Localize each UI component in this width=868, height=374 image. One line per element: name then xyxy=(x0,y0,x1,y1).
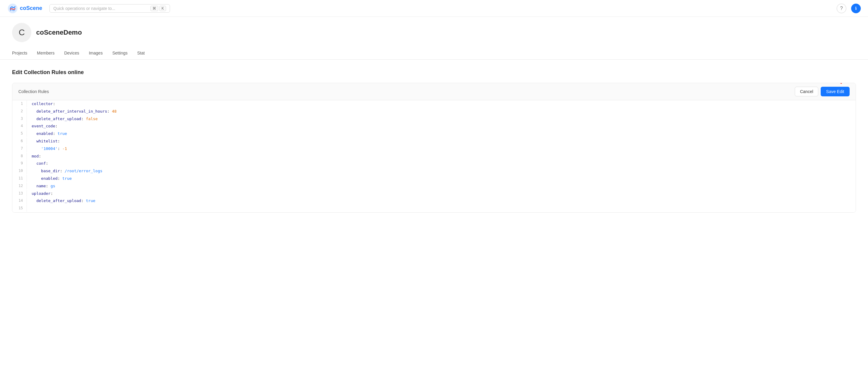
search-bar[interactable]: Quick operations or navigate to... ⌘ K xyxy=(50,4,170,13)
org-header: C coSceneDemo xyxy=(0,17,868,42)
help-button[interactable]: ? xyxy=(837,4,846,13)
code-editor-body: 1 collector: 2 delete_after_interval_in_… xyxy=(12,100,856,212)
line-content-13: uploader: xyxy=(27,190,856,198)
cancel-button[interactable]: Cancel xyxy=(795,87,818,96)
code-line-14: 14 delete_after_upload: true xyxy=(12,197,856,205)
org-avatar: C xyxy=(12,23,31,42)
code-line-1: 1 collector: xyxy=(12,100,856,108)
avatar-initial: li xyxy=(855,6,857,11)
code-line-13: 13 uploader: xyxy=(12,190,856,198)
code-line-5: 5 enabled: true xyxy=(12,130,856,138)
line-num-11: 11 xyxy=(12,175,27,182)
line-num-12: 12 xyxy=(12,182,27,190)
org-avatar-letter: C xyxy=(19,28,25,37)
line-num-7: 7 xyxy=(12,145,27,152)
search-shortcut: ⌘ K xyxy=(150,6,166,11)
kbd-cmd: ⌘ xyxy=(150,6,158,11)
svg-point-0 xyxy=(8,4,18,13)
tab-members[interactable]: Members xyxy=(37,47,55,60)
line-num-8: 8 xyxy=(12,153,27,160)
line-num-15: 15 xyxy=(12,205,27,212)
save-hint-wrapper: Click [Save Edit] Save Edit xyxy=(821,87,849,96)
line-content-10: base_dir: /root/error_logs xyxy=(27,167,856,175)
logo-icon xyxy=(7,3,18,14)
org-name: coSceneDemo xyxy=(36,29,82,36)
kbd-k: K xyxy=(159,6,166,11)
line-num-1: 1 xyxy=(12,100,27,107)
line-content-14: delete_after_upload: true xyxy=(27,197,856,205)
line-num-2: 2 xyxy=(12,108,27,115)
code-line-11: 11 enabled: true xyxy=(12,175,856,182)
save-edit-button[interactable]: Save Edit xyxy=(821,87,849,96)
line-num-4: 4 xyxy=(12,123,27,130)
question-mark-icon: ? xyxy=(840,6,843,11)
tab-settings[interactable]: Settings xyxy=(113,47,128,60)
line-content-11: enabled: true xyxy=(27,175,856,182)
line-content-8: mod: xyxy=(27,153,856,160)
line-num-3: 3 xyxy=(12,115,27,122)
tab-devices[interactable]: Devices xyxy=(64,47,79,60)
line-content-6: whitelist: xyxy=(27,138,856,145)
main-content: Edit Collection Rules online Collection … xyxy=(0,60,868,222)
line-content-15 xyxy=(27,205,856,212)
line-num-9: 9 xyxy=(12,160,27,167)
tab-projects[interactable]: Projects xyxy=(12,47,27,60)
line-content-4: event_code: xyxy=(27,123,856,130)
tab-stat[interactable]: Stat xyxy=(137,47,145,60)
line-num-13: 13 xyxy=(12,190,27,197)
code-line-4: 4 event_code: xyxy=(12,123,856,130)
logo[interactable]: coScene xyxy=(7,3,42,14)
line-num-6: 6 xyxy=(12,138,27,144)
header-right: ? li xyxy=(837,4,861,13)
line-content-7: '10004': -1 xyxy=(27,145,856,153)
line-content-9: conf: xyxy=(27,160,856,167)
code-line-3: 3 delete_after_upload: false xyxy=(12,115,856,123)
line-content-3: delete_after_upload: false xyxy=(27,115,856,123)
code-line-8: 8 mod: xyxy=(12,153,856,160)
code-line-9: 9 conf: xyxy=(12,160,856,167)
tab-images[interactable]: Images xyxy=(89,47,103,60)
nav-tabs: Projects Members Devices Images Settings… xyxy=(0,47,868,60)
app-header: coScene Quick operations or navigate to.… xyxy=(0,0,868,17)
editor-card: Collection Rules Cancel Click [Save Edit… xyxy=(12,83,856,213)
line-num-5: 5 xyxy=(12,130,27,137)
line-num-10: 10 xyxy=(12,167,27,174)
section-title: Edit Collection Rules online xyxy=(12,69,856,76)
line-num-14: 14 xyxy=(12,197,27,204)
line-content-2: delete_after_interval_in_hours: 48 xyxy=(27,108,856,115)
code-line-15: 15 xyxy=(12,205,856,212)
search-placeholder-text: Quick operations or navigate to... xyxy=(53,6,115,11)
editor-toolbar: Collection Rules Cancel Click [Save Edit… xyxy=(12,83,856,100)
code-line-7: 7 '10004': -1 xyxy=(12,145,856,153)
code-editor[interactable]: 1 collector: 2 delete_after_interval_in_… xyxy=(12,100,856,212)
line-content-5: enabled: true xyxy=(27,130,856,138)
line-content-1: collector: xyxy=(27,100,856,108)
toolbar-buttons: Cancel Click [Save Edit] Save Edit xyxy=(795,87,849,96)
line-content-12: name: gs xyxy=(27,182,856,190)
editor-toolbar-title: Collection Rules xyxy=(19,89,49,94)
code-line-6: 6 whitelist: xyxy=(12,138,856,145)
code-line-10: 10 base_dir: /root/error_logs xyxy=(12,167,856,175)
code-line-2: 2 delete_after_interval_in_hours: 48 xyxy=(12,108,856,115)
logo-text: coScene xyxy=(20,5,42,11)
user-avatar[interactable]: li xyxy=(851,4,861,13)
code-line-12: 12 name: gs xyxy=(12,182,856,190)
